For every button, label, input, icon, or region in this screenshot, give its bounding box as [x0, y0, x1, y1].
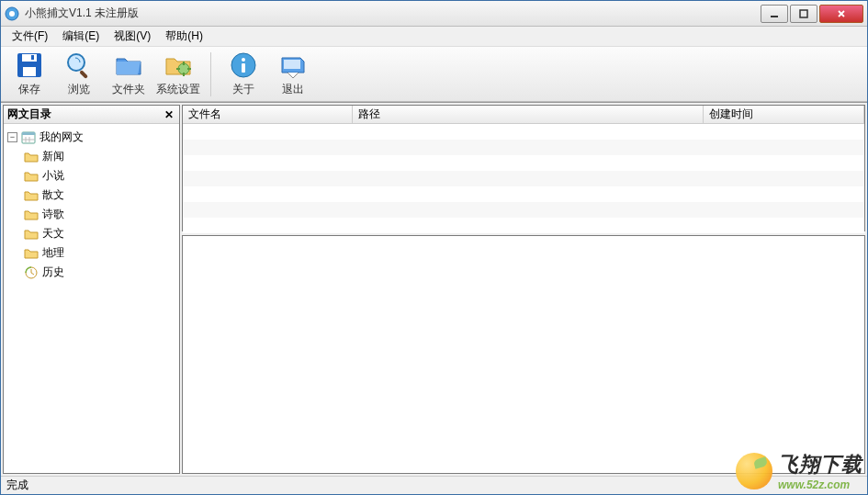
folder-button[interactable]: 文件夹: [106, 50, 152, 99]
tree-item-label: 历史: [42, 264, 64, 280]
file-list-panel: 文件名 路径 创建时间: [182, 105, 865, 231]
svg-rect-7: [31, 55, 34, 60]
tree-item-astronomy[interactable]: 天文: [22, 224, 177, 243]
app-window: 小熊捕文V1.1 未注册版 文件(F) 编辑(E) 视图(V) 帮助(H) 保存…: [0, 0, 868, 495]
exit-icon: [278, 51, 308, 80]
expander-icon[interactable]: −: [7, 132, 17, 142]
window-controls: [761, 5, 863, 23]
window-title: 小熊捕文V1.1 未注册版: [25, 6, 761, 21]
svg-rect-13: [176, 68, 180, 70]
exit-label: 退出: [282, 82, 304, 97]
content-panel: [182, 235, 865, 474]
list-header: 文件名 路径 创建时间: [183, 106, 864, 124]
tree-close-button[interactable]: ✕: [163, 108, 175, 121]
settings-icon: [163, 51, 193, 80]
folder-closed-icon: [24, 169, 39, 184]
svg-point-1: [9, 11, 15, 17]
tree-item-label: 新闻: [42, 149, 64, 164]
right-column: 文件名 路径 创建时间: [182, 105, 865, 474]
menu-file[interactable]: 文件(F): [5, 27, 55, 46]
svg-rect-9: [79, 70, 88, 79]
svg-point-8: [68, 54, 85, 71]
svg-rect-18: [284, 60, 300, 69]
browse-button[interactable]: 浏览: [56, 50, 102, 99]
about-label: 关于: [232, 82, 254, 97]
svg-rect-17: [242, 63, 245, 73]
tree-children: 新闻 小说 散文 诗歌: [6, 147, 177, 282]
tree-root-label: 我的网文: [39, 129, 84, 145]
tree-item-history[interactable]: 历史: [22, 263, 177, 282]
svg-point-16: [242, 58, 245, 62]
tree-root[interactable]: − 我的网文: [6, 128, 177, 147]
tree-header: 网文目录 ✕: [4, 106, 179, 124]
toolbar-separator: [210, 52, 211, 96]
svg-rect-20: [22, 132, 35, 135]
exit-button[interactable]: 退出: [270, 50, 316, 99]
maximize-button[interactable]: [790, 5, 817, 23]
column-created[interactable]: 创建时间: [704, 106, 864, 123]
main-area: 网文目录 ✕ − 我的网文 新闻: [1, 102, 867, 476]
about-icon: [229, 51, 258, 80]
svg-rect-5: [22, 54, 37, 62]
tree-item-label: 地理: [42, 245, 64, 261]
calendar-icon: [21, 130, 36, 145]
svg-rect-3: [800, 10, 807, 17]
list-body[interactable]: [183, 124, 864, 233]
toolbar: 保存 浏览 文件夹 系统设置 关于: [1, 47, 867, 102]
tree-item-label: 诗歌: [42, 207, 64, 222]
column-filename[interactable]: 文件名: [183, 106, 353, 123]
settings-button[interactable]: 系统设置: [155, 50, 201, 99]
about-button[interactable]: 关于: [220, 50, 266, 99]
svg-rect-6: [23, 67, 36, 76]
svg-rect-12: [183, 73, 185, 76]
menubar: 文件(F) 编辑(E) 视图(V) 帮助(H): [1, 27, 867, 47]
folder-closed-icon: [24, 246, 39, 261]
tree-item-label: 小说: [42, 168, 64, 184]
menu-view[interactable]: 视图(V): [107, 27, 158, 46]
column-path[interactable]: 路径: [353, 106, 704, 123]
folder-icon: [114, 51, 143, 80]
titlebar: 小熊捕文V1.1 未注册版: [1, 1, 867, 27]
close-button[interactable]: [819, 5, 863, 23]
browse-label: 浏览: [68, 82, 90, 97]
minimize-button[interactable]: [761, 5, 788, 23]
folder-closed-icon: [24, 227, 39, 242]
tree-item-news[interactable]: 新闻: [22, 147, 177, 166]
tree-body: − 我的网文 新闻 小说: [4, 124, 179, 473]
app-icon: [5, 6, 19, 21]
folder-label: 文件夹: [112, 82, 145, 97]
save-icon: [15, 51, 44, 80]
tree-item-essay[interactable]: 散文: [22, 186, 177, 205]
save-button[interactable]: 保存: [6, 50, 52, 99]
tree-item-label: 散文: [42, 187, 64, 203]
tree-item-geography[interactable]: 地理: [22, 243, 177, 263]
folder-closed-icon: [24, 150, 39, 164]
menu-help[interactable]: 帮助(H): [158, 27, 210, 46]
statusbar: 完成: [1, 476, 867, 494]
menu-edit[interactable]: 编辑(E): [55, 27, 107, 46]
clock-icon: [24, 265, 39, 280]
svg-rect-14: [187, 68, 191, 70]
svg-rect-2: [771, 16, 778, 17]
tree-item-novel[interactable]: 小说: [22, 166, 177, 186]
tree-item-label: 天文: [42, 226, 64, 242]
svg-rect-11: [183, 62, 185, 65]
save-label: 保存: [18, 82, 40, 97]
status-text: 完成: [6, 478, 28, 493]
folder-closed-icon: [24, 208, 39, 222]
tree-title: 网文目录: [7, 107, 163, 122]
tree-panel: 网文目录 ✕ − 我的网文 新闻: [3, 105, 180, 474]
folder-closed-icon: [24, 188, 39, 203]
settings-label: 系统设置: [156, 82, 200, 97]
tree-item-poetry[interactable]: 诗歌: [22, 205, 177, 224]
browse-icon: [64, 51, 94, 80]
